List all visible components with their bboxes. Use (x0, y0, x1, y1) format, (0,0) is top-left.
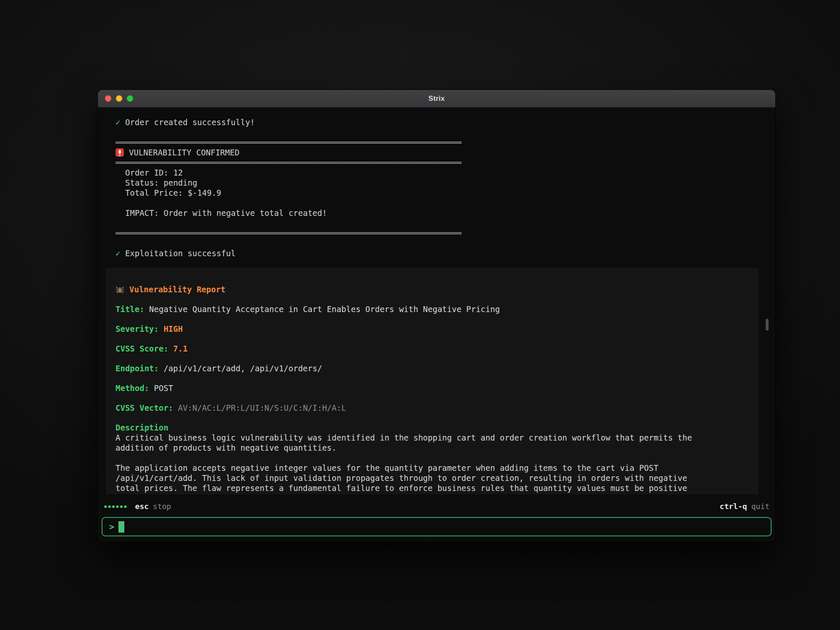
close-button[interactable] (105, 95, 111, 102)
banner-order-id: Order ID: 12 (98, 168, 775, 178)
scrollbar-thumb[interactable] (766, 319, 769, 331)
prompt-input[interactable]: > (102, 517, 772, 536)
prompt-chevron: > (109, 522, 114, 532)
report-field-label: Title: (116, 304, 149, 314)
report-field-label: Severity: (116, 324, 163, 333)
divider-line: ════════════════════════════════════════… (98, 228, 775, 238)
quit-key-hint[interactable]: ctrl-q (720, 502, 747, 511)
banner-impact: IMPACT: Order with negative total create… (98, 208, 775, 218)
text-cursor (118, 521, 124, 533)
banner-status: Status: pending (98, 178, 775, 188)
minimize-button[interactable] (116, 95, 122, 102)
terminal-blank-line (98, 218, 775, 228)
esc-key-action: stop (153, 502, 171, 511)
report-field-value: AV:N/AC:L/PR:L/UI:N/S:U/C:N/I:H/A:L (178, 403, 346, 412)
check-icon: ✓ (116, 118, 120, 127)
terminal-blank-line (98, 198, 775, 208)
window-titlebar[interactable]: Strix (98, 90, 775, 108)
spider-icon (116, 285, 124, 294)
report-field-endpoint: Endpoint: /api/v1/cart/add, /api/v1/orde… (116, 363, 739, 373)
banner-total-price: Total Price: $-149.9 (98, 188, 775, 198)
report-field-cvss-score: CVSS Score: 7.1 (116, 344, 739, 354)
terminal-output: ✓ Order created successfully! ══════════… (98, 108, 775, 494)
report-field-value: HIGH (163, 324, 183, 333)
esc-key-hint[interactable]: esc (135, 502, 149, 511)
terminal-line-order-created: ✓ Order created successfully! (98, 117, 775, 127)
report-field-cvss-vector: CVSS Vector: AV:N/AC:L/PR:L/UI:N/S:U/C:N… (116, 403, 739, 413)
report-heading: Vulnerability Report (116, 284, 739, 294)
report-field-label: Endpoint: (116, 364, 163, 373)
divider-line: ════════════════════════════════════════… (98, 137, 775, 147)
terminal-line-exploitation: ✓ Exploitation successful (98, 248, 775, 258)
traffic-lights (105, 90, 133, 107)
check-icon: ✓ (116, 249, 120, 258)
banner-heading-text: VULNERABILITY CONFIRMED (129, 147, 239, 158)
quit-key-action: quit (751, 502, 769, 511)
report-heading-text: Vulnerability Report (129, 284, 226, 294)
window-title: Strix (98, 94, 775, 103)
description-heading: Description (116, 423, 739, 433)
report-field-value: 7.1 (173, 344, 187, 353)
terminal-blank-line (98, 238, 775, 248)
zoom-button[interactable] (127, 95, 133, 102)
progress-spinner: ▪▪▪▪▪▪ (104, 503, 128, 509)
vulnerability-confirmed-heading: VULNERABILITY CONFIRMED (98, 147, 775, 158)
report-field-label: Method: (116, 383, 154, 393)
alert-icon (116, 148, 124, 157)
report-field-label: CVSS Score: (116, 344, 173, 353)
report-field-title: Title: Negative Quantity Acceptance in C… (116, 304, 739, 314)
report-field-severity: Severity: HIGH (116, 324, 739, 334)
description-paragraph-2: The application accepts negative integer… (116, 463, 712, 494)
report-field-value: /api/v1/cart/add, /api/v1/orders/ (163, 364, 322, 373)
vulnerability-report-panel: Vulnerability Report Title: Negative Qua… (106, 268, 759, 494)
terminal-blank-line (98, 127, 775, 137)
report-field-value: Negative Quantity Acceptance in Cart Ena… (149, 304, 500, 314)
description-paragraph-1: A critical business logic vulnerability … (116, 433, 712, 453)
report-field-label: CVSS Vector: (116, 403, 178, 412)
status-bar: ▪▪▪▪▪▪ esc stop ctrl-q quit (98, 500, 775, 512)
report-field-method: Method: POST (116, 383, 739, 393)
report-field-value: POST (154, 383, 173, 393)
strix-terminal-window: Strix ✓ Order created successfully! ════… (98, 90, 775, 542)
divider-line: ════════════════════════════════════════… (98, 158, 775, 168)
